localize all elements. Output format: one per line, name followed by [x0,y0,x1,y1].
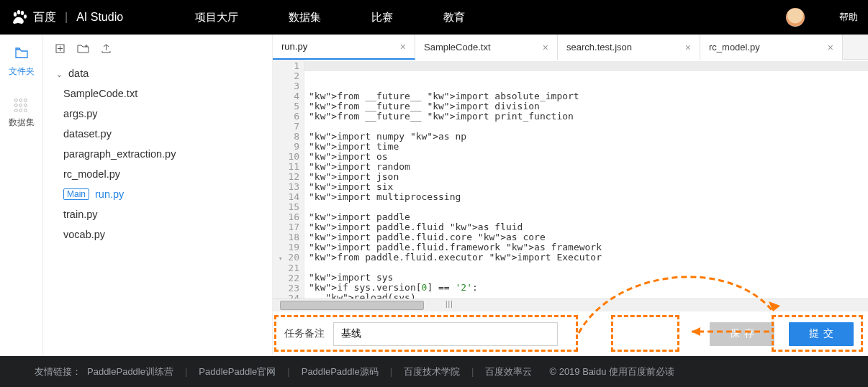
tab-samplecode[interactable]: SampleCode.txt× [415,35,558,60]
footer-copyright: © 2019 Baidu 使用百度前必读 [549,365,674,378]
file-samplecode[interactable]: SampleCode.txt [43,83,272,104]
new-folder-icon[interactable] [77,43,89,56]
tree-toolbar [43,42,272,63]
task-note-input[interactable] [333,322,558,346]
nav-items: 项目大厅 数据集 比赛 教育 [195,11,465,24]
editor-area: run.py× SampleCode.txt× search.test.json… [273,35,868,356]
nav-right: 帮助 [786,8,858,27]
main-badge: Main [63,188,89,200]
chevron-down-icon: ⌃ [56,69,63,78]
line-gutter: 12345678910111213141516171819▾ 202122232… [273,60,304,299]
footer-link-1[interactable]: PaddlePaddle官网 [199,365,276,378]
tab-searchtest[interactable]: search.test.json× [558,35,700,60]
nav-item-competitions[interactable]: 比赛 [371,11,393,24]
avatar[interactable] [786,8,805,27]
sidebar-files-label: 文件夹 [9,65,35,78]
body: 文件夹 ○○○○○○○○○ 数据集 ⌃ data SampleCode.txt … [0,35,868,356]
file-vocab[interactable]: vocab.py [43,224,272,245]
footer-link-4[interactable]: 百度效率云 [485,365,532,378]
tree-folder-data[interactable]: ⌃ data [43,63,272,83]
nav-item-datasets[interactable]: 数据集 [289,11,321,24]
sidebar: 文件夹 ○○○○○○○○○ 数据集 [0,35,43,356]
top-nav: 百度 | AI Studio 项目大厅 数据集 比赛 教育 帮助 [0,0,868,35]
logo-divider: | [65,11,68,24]
tab-rcmodel[interactable]: rc_model.py× [700,35,843,60]
horizontal-scrollbar[interactable]: ||| [273,299,868,311]
nav-item-projects[interactable]: 项目大厅 [195,11,238,24]
svg-point-3 [24,14,27,19]
file-args[interactable]: args.py [43,104,272,124]
close-icon[interactable]: × [685,42,691,53]
sidebar-datasets[interactable]: ○○○○○○○○○ 数据集 [9,98,35,129]
folder-icon [15,47,28,62]
footer-link-0[interactable]: PaddlePaddle训练营 [87,365,173,378]
save-button[interactable]: 保存 [710,322,774,346]
scroll-grip: ||| [446,300,453,308]
folder-name: data [68,68,89,79]
tab-run[interactable]: run.py× [273,35,415,60]
code-content[interactable]: "kw">from __future__ "kw">import absolut… [304,60,868,299]
file-tree: ⌃ data SampleCode.txt args.py dataset.py… [43,35,273,356]
close-icon[interactable]: × [543,42,548,53]
file-paragraph[interactable]: paragraph_extraction.py [43,144,272,164]
file-train[interactable]: train.py [43,204,272,224]
code-editor[interactable]: ◀ 12345678910111213141516171819▾ 2021222… [273,60,868,299]
scroll-thumb[interactable] [280,301,424,310]
nav-item-education[interactable]: 教育 [443,11,465,24]
submit-button[interactable]: 提交 [789,322,854,346]
footer-prefix: 友情链接： [35,365,81,378]
editor-tabs: run.py× SampleCode.txt× search.test.json… [273,35,868,60]
footer: 友情链接： PaddlePaddle训练营| PaddlePaddle官网| P… [0,356,868,387]
highlighted-line [304,61,868,71]
logo-baidu-text: 百度 [33,10,56,25]
nav-help[interactable]: 帮助 [839,11,858,24]
highlight-box-viewlist [611,315,679,352]
task-note-label: 任务备注 [284,327,325,340]
svg-point-1 [17,10,20,14]
dataset-icon: ○○○○○○○○○ [14,98,28,113]
footer-link-3[interactable]: 百度技术学院 [404,365,460,378]
sidebar-datasets-label: 数据集 [9,117,35,129]
close-icon[interactable]: × [828,42,833,53]
file-rcmodel[interactable]: rc_model.py [43,164,272,184]
file-run[interactable]: Main run.py [43,184,272,204]
svg-point-0 [14,12,17,17]
upload-icon[interactable] [101,43,112,56]
logo-studio-text: AI Studio [76,11,123,24]
baidu-paw-icon [10,8,29,27]
svg-point-2 [21,11,24,15]
footer-link-2[interactable]: PaddlePaddle源码 [302,365,379,378]
close-icon[interactable]: × [400,41,406,53]
logo[interactable]: 百度 | AI Studio [10,8,123,27]
file-dataset[interactable]: dataset.py [43,124,272,144]
new-file-icon[interactable] [55,43,65,56]
sidebar-files[interactable]: 文件夹 [9,47,35,78]
action-bar: 任务备注 查看任务列表 保存 提交 [273,311,868,356]
